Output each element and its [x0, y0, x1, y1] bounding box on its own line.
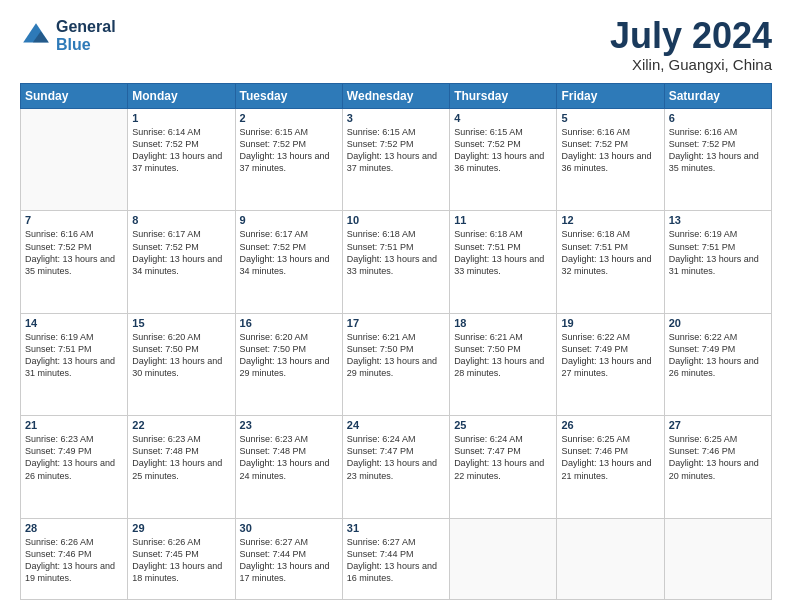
weekday-header-saturday: Saturday: [664, 84, 771, 109]
calendar-cell: 31Sunrise: 6:27 AMSunset: 7:44 PMDayligh…: [342, 518, 449, 600]
calendar-week-3: 14Sunrise: 6:19 AMSunset: 7:51 PMDayligh…: [21, 313, 772, 415]
calendar-cell: 9Sunrise: 6:17 AMSunset: 7:52 PMDaylight…: [235, 211, 342, 313]
cell-info: Sunrise: 6:24 AMSunset: 7:47 PMDaylight:…: [454, 433, 552, 482]
cell-info: Sunrise: 6:17 AMSunset: 7:52 PMDaylight:…: [240, 228, 338, 277]
logo-icon: [20, 20, 52, 52]
logo-blue-text: Blue: [56, 36, 116, 54]
day-number: 22: [132, 419, 230, 431]
day-number: 2: [240, 112, 338, 124]
weekday-header-tuesday: Tuesday: [235, 84, 342, 109]
day-number: 26: [561, 419, 659, 431]
cell-info: Sunrise: 6:16 AMSunset: 7:52 PMDaylight:…: [25, 228, 123, 277]
day-number: 10: [347, 214, 445, 226]
day-number: 17: [347, 317, 445, 329]
calendar-table: SundayMondayTuesdayWednesdayThursdayFrid…: [20, 83, 772, 600]
calendar-cell: [450, 518, 557, 600]
day-number: 30: [240, 522, 338, 534]
logo-text: General Blue: [56, 18, 116, 53]
weekday-header-wednesday: Wednesday: [342, 84, 449, 109]
calendar-cell: 22Sunrise: 6:23 AMSunset: 7:48 PMDayligh…: [128, 416, 235, 518]
calendar-cell: 23Sunrise: 6:23 AMSunset: 7:48 PMDayligh…: [235, 416, 342, 518]
calendar-cell: 7Sunrise: 6:16 AMSunset: 7:52 PMDaylight…: [21, 211, 128, 313]
day-number: 23: [240, 419, 338, 431]
day-number: 3: [347, 112, 445, 124]
cell-info: Sunrise: 6:19 AMSunset: 7:51 PMDaylight:…: [25, 331, 123, 380]
logo: General Blue: [20, 18, 116, 53]
calendar-cell: 6Sunrise: 6:16 AMSunset: 7:52 PMDaylight…: [664, 109, 771, 211]
day-number: 8: [132, 214, 230, 226]
day-number: 12: [561, 214, 659, 226]
cell-info: Sunrise: 6:20 AMSunset: 7:50 PMDaylight:…: [240, 331, 338, 380]
calendar-cell: 2Sunrise: 6:15 AMSunset: 7:52 PMDaylight…: [235, 109, 342, 211]
cell-info: Sunrise: 6:23 AMSunset: 7:48 PMDaylight:…: [240, 433, 338, 482]
day-number: 14: [25, 317, 123, 329]
calendar-week-1: 1Sunrise: 6:14 AMSunset: 7:52 PMDaylight…: [21, 109, 772, 211]
day-number: 11: [454, 214, 552, 226]
calendar-cell: 10Sunrise: 6:18 AMSunset: 7:51 PMDayligh…: [342, 211, 449, 313]
cell-info: Sunrise: 6:26 AMSunset: 7:46 PMDaylight:…: [25, 536, 123, 585]
header: General Blue July 2024 Xilin, Guangxi, C…: [20, 18, 772, 73]
cell-info: Sunrise: 6:14 AMSunset: 7:52 PMDaylight:…: [132, 126, 230, 175]
calendar-week-2: 7Sunrise: 6:16 AMSunset: 7:52 PMDaylight…: [21, 211, 772, 313]
weekday-header-row: SundayMondayTuesdayWednesdayThursdayFrid…: [21, 84, 772, 109]
cell-info: Sunrise: 6:18 AMSunset: 7:51 PMDaylight:…: [561, 228, 659, 277]
calendar-cell: 30Sunrise: 6:27 AMSunset: 7:44 PMDayligh…: [235, 518, 342, 600]
weekday-header-monday: Monday: [128, 84, 235, 109]
day-number: 13: [669, 214, 767, 226]
cell-info: Sunrise: 6:16 AMSunset: 7:52 PMDaylight:…: [561, 126, 659, 175]
cell-info: Sunrise: 6:23 AMSunset: 7:48 PMDaylight:…: [132, 433, 230, 482]
calendar-cell: 17Sunrise: 6:21 AMSunset: 7:50 PMDayligh…: [342, 313, 449, 415]
day-number: 15: [132, 317, 230, 329]
calendar-cell: 11Sunrise: 6:18 AMSunset: 7:51 PMDayligh…: [450, 211, 557, 313]
calendar-cell: 1Sunrise: 6:14 AMSunset: 7:52 PMDaylight…: [128, 109, 235, 211]
cell-info: Sunrise: 6:27 AMSunset: 7:44 PMDaylight:…: [240, 536, 338, 585]
cell-info: Sunrise: 6:22 AMSunset: 7:49 PMDaylight:…: [669, 331, 767, 380]
day-number: 5: [561, 112, 659, 124]
calendar-cell: 8Sunrise: 6:17 AMSunset: 7:52 PMDaylight…: [128, 211, 235, 313]
calendar-cell: 28Sunrise: 6:26 AMSunset: 7:46 PMDayligh…: [21, 518, 128, 600]
location: Xilin, Guangxi, China: [610, 56, 772, 73]
calendar-cell: 12Sunrise: 6:18 AMSunset: 7:51 PMDayligh…: [557, 211, 664, 313]
month-year: July 2024: [610, 18, 772, 54]
calendar-cell: 27Sunrise: 6:25 AMSunset: 7:46 PMDayligh…: [664, 416, 771, 518]
day-number: 29: [132, 522, 230, 534]
cell-info: Sunrise: 6:15 AMSunset: 7:52 PMDaylight:…: [240, 126, 338, 175]
calendar-cell: 3Sunrise: 6:15 AMSunset: 7:52 PMDaylight…: [342, 109, 449, 211]
day-number: 21: [25, 419, 123, 431]
calendar-cell: 26Sunrise: 6:25 AMSunset: 7:46 PMDayligh…: [557, 416, 664, 518]
calendar-cell: 19Sunrise: 6:22 AMSunset: 7:49 PMDayligh…: [557, 313, 664, 415]
day-number: 4: [454, 112, 552, 124]
title-block: July 2024 Xilin, Guangxi, China: [610, 18, 772, 73]
day-number: 19: [561, 317, 659, 329]
cell-info: Sunrise: 6:27 AMSunset: 7:44 PMDaylight:…: [347, 536, 445, 585]
calendar-cell: 16Sunrise: 6:20 AMSunset: 7:50 PMDayligh…: [235, 313, 342, 415]
logo-general-text: General: [56, 18, 116, 36]
cell-info: Sunrise: 6:17 AMSunset: 7:52 PMDaylight:…: [132, 228, 230, 277]
cell-info: Sunrise: 6:23 AMSunset: 7:49 PMDaylight:…: [25, 433, 123, 482]
weekday-header-sunday: Sunday: [21, 84, 128, 109]
cell-info: Sunrise: 6:15 AMSunset: 7:52 PMDaylight:…: [347, 126, 445, 175]
calendar-cell: 13Sunrise: 6:19 AMSunset: 7:51 PMDayligh…: [664, 211, 771, 313]
calendar-cell: 21Sunrise: 6:23 AMSunset: 7:49 PMDayligh…: [21, 416, 128, 518]
cell-info: Sunrise: 6:21 AMSunset: 7:50 PMDaylight:…: [454, 331, 552, 380]
day-number: 1: [132, 112, 230, 124]
day-number: 18: [454, 317, 552, 329]
day-number: 28: [25, 522, 123, 534]
day-number: 31: [347, 522, 445, 534]
calendar-cell: 29Sunrise: 6:26 AMSunset: 7:45 PMDayligh…: [128, 518, 235, 600]
cell-info: Sunrise: 6:22 AMSunset: 7:49 PMDaylight:…: [561, 331, 659, 380]
day-number: 16: [240, 317, 338, 329]
calendar-week-4: 21Sunrise: 6:23 AMSunset: 7:49 PMDayligh…: [21, 416, 772, 518]
cell-info: Sunrise: 6:15 AMSunset: 7:52 PMDaylight:…: [454, 126, 552, 175]
calendar-cell: 4Sunrise: 6:15 AMSunset: 7:52 PMDaylight…: [450, 109, 557, 211]
calendar-cell: 24Sunrise: 6:24 AMSunset: 7:47 PMDayligh…: [342, 416, 449, 518]
day-number: 6: [669, 112, 767, 124]
calendar-cell: 18Sunrise: 6:21 AMSunset: 7:50 PMDayligh…: [450, 313, 557, 415]
calendar-cell: 15Sunrise: 6:20 AMSunset: 7:50 PMDayligh…: [128, 313, 235, 415]
page: General Blue July 2024 Xilin, Guangxi, C…: [0, 0, 792, 612]
day-number: 9: [240, 214, 338, 226]
day-number: 24: [347, 419, 445, 431]
calendar-cell: [664, 518, 771, 600]
day-number: 25: [454, 419, 552, 431]
day-number: 20: [669, 317, 767, 329]
